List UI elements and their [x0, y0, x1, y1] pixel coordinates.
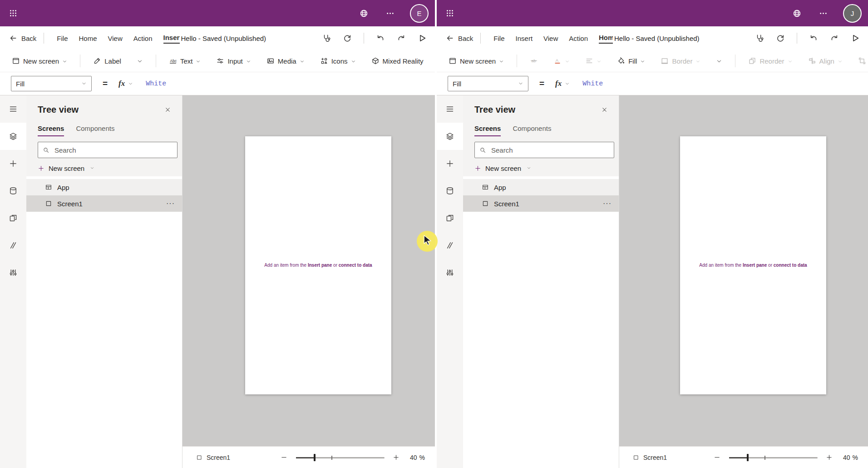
hint-link[interactable]: connect to data: [774, 263, 807, 268]
preview-play-button[interactable]: [850, 33, 861, 44]
search-box[interactable]: [38, 142, 178, 158]
undo-button[interactable]: [375, 33, 386, 44]
ribbon-reorder-menu[interactable]: Reorder: [748, 57, 792, 65]
ribbon-align-menu[interactable]: Align: [808, 57, 843, 65]
globe-icon[interactable]: [790, 7, 803, 20]
item-more-button[interactable]: ···: [166, 201, 175, 206]
menu-tab-active[interactable]: Insert: [163, 33, 180, 44]
rail-tree-view[interactable]: [437, 123, 463, 150]
zoom-out-button[interactable]: [713, 453, 721, 462]
ribbon-mixed-reality-menu[interactable]: Mixed Reality: [371, 57, 424, 65]
hint-link[interactable]: connect to data: [339, 263, 372, 268]
refresh-icon[interactable]: [775, 33, 786, 44]
ribbon-font-color-button[interactable]: A: [553, 57, 570, 65]
formula-input[interactable]: White: [146, 80, 166, 88]
tree-tab-components[interactable]: Components: [513, 124, 551, 136]
app-launcher-button[interactable]: [5, 5, 21, 21]
ribbon-border-menu[interactable]: Border: [661, 57, 700, 65]
property-selector[interactable]: Fill: [448, 76, 528, 91]
rail-settings[interactable]: [0, 259, 26, 286]
rail-data-sources[interactable]: [0, 177, 26, 204]
app-checker-icon[interactable]: [321, 33, 332, 44]
rail-data-sources[interactable]: [437, 177, 463, 204]
ribbon-text-menu[interactable]: AbcText: [169, 57, 201, 65]
rail-settings[interactable]: [437, 259, 463, 286]
preview-play-button[interactable]: [417, 33, 428, 44]
menu-item-home[interactable]: Home: [79, 35, 97, 42]
ribbon-new-screen-button[interactable]: New screen: [449, 57, 504, 65]
zoom-in-button[interactable]: [825, 453, 833, 462]
redo-button[interactable]: [396, 33, 407, 44]
zoom-out-button[interactable]: [280, 453, 288, 462]
redo-button[interactable]: [829, 33, 840, 44]
back-button[interactable]: Back: [446, 34, 473, 42]
tree-item-app[interactable]: App: [26, 179, 182, 195]
search-input[interactable]: [490, 146, 609, 154]
undo-button[interactable]: [808, 33, 819, 44]
ribbon-group-button[interactable]: [858, 57, 866, 65]
screen1-artboard[interactable]: Add an item from the Insert pane or conn…: [680, 136, 826, 394]
zoom-slider-thumb[interactable]: [314, 454, 316, 461]
tree-tab-components[interactable]: Components: [76, 124, 114, 136]
account-avatar[interactable]: J: [843, 4, 862, 23]
menu-item-action[interactable]: Action: [569, 35, 588, 42]
rail-media[interactable]: [437, 204, 463, 232]
rail-advanced-tools[interactable]: [437, 232, 463, 259]
zoom-in-button[interactable]: [392, 453, 400, 462]
app-checker-icon[interactable]: [754, 33, 765, 44]
new-screen-button[interactable]: New screen: [26, 160, 182, 176]
item-more-button[interactable]: ···: [603, 201, 612, 206]
property-selector[interactable]: Fill: [11, 76, 92, 91]
design-canvas[interactable]: Add an item from the Insert pane or conn…: [619, 95, 868, 446]
hint-link[interactable]: Insert pane: [308, 263, 332, 268]
rail-menu[interactable]: [0, 95, 26, 123]
screen1-artboard[interactable]: Add an item from the Insert pane or conn…: [245, 136, 391, 394]
ribbon-input-menu[interactable]: Input: [216, 57, 251, 65]
new-screen-button[interactable]: New screen: [463, 160, 619, 176]
ribbon-fill-menu[interactable]: Fill: [617, 57, 645, 65]
zoom-slider[interactable]: [729, 453, 818, 462]
menu-item-file[interactable]: File: [57, 35, 68, 42]
more-options-icon[interactable]: [817, 7, 829, 20]
menu-tab-active[interactable]: Home: [599, 33, 613, 44]
ribbon-media-menu[interactable]: Media: [266, 57, 305, 65]
zoom-slider-thumb[interactable]: [747, 454, 749, 461]
zoom-slider[interactable]: [296, 453, 385, 462]
menu-item-file[interactable]: File: [493, 35, 504, 42]
search-input[interactable]: [54, 146, 173, 154]
back-button[interactable]: Back: [9, 34, 36, 42]
hint-link[interactable]: Insert pane: [743, 263, 767, 268]
close-panel-button[interactable]: [162, 104, 173, 115]
rail-tree-view[interactable]: [0, 123, 26, 150]
ribbon-new-screen-button[interactable]: New screen: [12, 57, 67, 65]
app-launcher-button[interactable]: [442, 5, 458, 21]
tree-item-screen1[interactable]: Screen1···: [463, 195, 619, 212]
tree-item-app[interactable]: App: [463, 179, 619, 195]
refresh-icon[interactable]: [342, 33, 353, 44]
menu-item-view[interactable]: View: [543, 35, 558, 42]
search-box[interactable]: [474, 142, 614, 158]
tree-item-screen1[interactable]: Screen1···: [26, 195, 182, 212]
ribbon-strikethrough-button[interactable]: ab: [530, 57, 538, 65]
rail-insert[interactable]: [437, 150, 463, 177]
fx-button[interactable]: fx: [555, 79, 570, 88]
ribbon-insert-more-chevron[interactable]: [137, 57, 143, 65]
rail-media[interactable]: [0, 204, 26, 232]
ribbon-home-more-chevron[interactable]: [716, 57, 722, 65]
formula-input[interactable]: White: [582, 80, 603, 88]
menu-item-view[interactable]: View: [108, 35, 123, 42]
ribbon-icons-menu[interactable]: Icons: [320, 57, 356, 65]
ribbon-label-button[interactable]: Label: [93, 57, 121, 65]
tree-tab-screens[interactable]: Screens: [38, 124, 64, 136]
more-options-icon[interactable]: [384, 7, 396, 20]
ribbon-text-align-button[interactable]: [585, 57, 602, 65]
menu-item-action[interactable]: Action: [133, 35, 153, 42]
menu-item-insert[interactable]: Insert: [516, 35, 533, 42]
rail-advanced-tools[interactable]: [0, 232, 26, 259]
rail-menu[interactable]: [437, 95, 463, 123]
rail-insert[interactable]: [0, 150, 26, 177]
design-canvas[interactable]: Add an item from the Insert pane or conn…: [182, 95, 435, 446]
account-avatar[interactable]: E: [410, 4, 429, 23]
globe-icon[interactable]: [357, 7, 370, 20]
tree-tab-screens[interactable]: Screens: [474, 124, 501, 136]
